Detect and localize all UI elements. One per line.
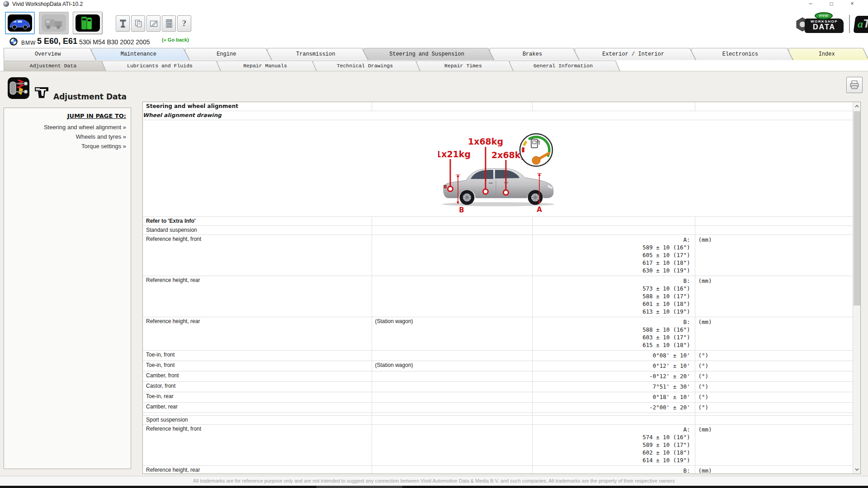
sidebar-title: Adjustment Data bbox=[53, 92, 127, 101]
window-title: Vivid WorkshopData ATI-10.2 bbox=[12, 1, 83, 7]
vehicle-details: 530i M54 B30 2002 2005 bbox=[79, 38, 150, 46]
table-row: Camber, front-0°12' ± 20'(°) bbox=[143, 371, 853, 382]
fuel-gauge-icon bbox=[520, 134, 552, 166]
print-button[interactable] bbox=[846, 77, 863, 93]
main-tab-exterior-interior[interactable]: Exterior / Interior bbox=[575, 48, 696, 60]
app-icon bbox=[3, 1, 9, 7]
car-icon bbox=[8, 16, 32, 30]
table-row: Toe-in, front(Station wagon)0°12' ± 10'(… bbox=[143, 361, 853, 371]
calculator-button[interactable] bbox=[162, 15, 176, 32]
pencil-note-icon bbox=[149, 19, 158, 28]
main-tab-electronics[interactable]: Electronics bbox=[691, 48, 793, 60]
sub-tab-adjustment-data[interactable]: Adjustment Data bbox=[4, 61, 106, 71]
vivid-badge: VIVID bbox=[815, 12, 833, 19]
ati-logo-t: T bbox=[863, 17, 868, 31]
notes-button[interactable] bbox=[146, 15, 160, 32]
table-heading-row: Steering and wheel alignment bbox=[143, 102, 853, 111]
jump-link-steering-and-wheel-alignment[interactable]: Steering and wheel alignment » bbox=[9, 122, 126, 132]
adjustment-data-table: Steering and wheel alignmentWheel alignm… bbox=[143, 102, 853, 474]
table-row: Reference height, rear(Station wagon)B:5… bbox=[143, 317, 853, 351]
question-mark-icon: ? bbox=[182, 19, 187, 28]
close-button[interactable]: × bbox=[844, 0, 860, 8]
scrollbar-thumb[interactable] bbox=[854, 111, 860, 305]
sidebar-header: Adjustment Data bbox=[6, 77, 137, 105]
main-tab-transmission[interactable]: Transmission bbox=[267, 48, 368, 60]
clamp-tool-icon bbox=[118, 19, 127, 28]
table-row: Reference height, frontA:589 ± 10 (16")6… bbox=[143, 235, 853, 276]
point-b-label: B bbox=[459, 206, 464, 214]
disclaimer-text: All trademarks are for reference purpose… bbox=[193, 478, 675, 483]
footer-bar: All trademarks are for reference purpose… bbox=[0, 476, 868, 486]
jump-heading: JUMP IN PAGE TO: bbox=[9, 113, 126, 119]
point-a-label: A bbox=[537, 206, 542, 214]
logo-data-text: DATA bbox=[805, 23, 844, 31]
table-row: Refer to 'Extra Info' bbox=[143, 217, 853, 226]
sub-tab-general-information[interactable]: General Information bbox=[509, 61, 620, 71]
workshopdata-logo: WORKSHOP DATA VIVID bbox=[795, 13, 844, 35]
weight-label-rear: 1x21kg bbox=[438, 149, 471, 159]
weight-label-middle: 1x68kg bbox=[468, 136, 503, 146]
drawing-caption: Wheel alignment drawing bbox=[143, 111, 853, 120]
maximize-button[interactable]: □ bbox=[824, 0, 839, 8]
calculator-icon bbox=[165, 19, 174, 28]
main-tab-engine[interactable]: Engine bbox=[185, 48, 272, 60]
vehicle-model: 5 E60, E61 bbox=[37, 37, 77, 46]
drawing-row: 1x21kg 1x68kg 2x68kg B A bbox=[143, 120, 853, 217]
bottom-strip bbox=[0, 486, 868, 488]
ati-logo: a T bbox=[854, 16, 868, 33]
data-books-button[interactable] bbox=[73, 12, 103, 34]
content-heading: Steering and wheel alignment bbox=[143, 102, 372, 111]
go-back-link[interactable]: (« Go back) bbox=[162, 37, 189, 42]
help-button[interactable]: ? bbox=[177, 15, 191, 32]
sub-tab-repair-times[interactable]: Repair Times bbox=[416, 61, 514, 71]
jump-link-wheels-and-tyres[interactable]: Wheels and tyres » bbox=[9, 132, 126, 141]
jump-link-torque-settings[interactable]: Torque settings » bbox=[9, 141, 126, 151]
tool-icon bbox=[33, 86, 50, 99]
suspension-icon bbox=[7, 77, 30, 99]
content-panel: Steering and wheel alignmentWheel alignm… bbox=[142, 102, 861, 474]
title-bar: Vivid WorkshopData ATI-10.2 – □ × bbox=[0, 0, 868, 8]
copy-pages-icon bbox=[134, 19, 143, 28]
drawing-caption-row: Wheel alignment drawing bbox=[143, 111, 853, 120]
table-row: Reference height, frontA:574 ± 10 (16")5… bbox=[143, 425, 853, 466]
trucks-mode-button[interactable] bbox=[39, 12, 69, 34]
table-row: Reference height, rearB:573 ± 10 (16")58… bbox=[143, 276, 853, 317]
books-icon bbox=[76, 15, 99, 31]
main-tab-maintenance[interactable]: Maintenance bbox=[91, 48, 190, 60]
table-row: Castor, front7°51' ± 30'(°) bbox=[143, 382, 853, 392]
wheel-alignment-drawing: 1x21kg 1x68kg 2x68kg B A bbox=[438, 121, 558, 214]
logo-divider bbox=[849, 15, 850, 33]
sub-tab-repair-manuals[interactable]: Repair Manuals bbox=[217, 61, 317, 71]
table-row: Camber, rear-2°00' ± 20'(°) bbox=[143, 403, 853, 413]
jump-in-page-box: JUMP IN PAGE TO: Steering and wheel alig… bbox=[4, 108, 131, 469]
table-row: Toe-in, rear0°18' ± 10'(°) bbox=[143, 392, 853, 403]
sub-tab-technical-drawings[interactable]: Technical Drawings bbox=[313, 61, 420, 71]
minimize-button[interactable]: – bbox=[803, 0, 818, 8]
bmw-roundel-icon bbox=[9, 38, 18, 46]
ati-logo-a: a bbox=[858, 18, 863, 30]
main-tab-steering-and-suspension[interactable]: Steering and Suspension bbox=[363, 48, 495, 60]
table-row: Standard suspension bbox=[143, 226, 853, 235]
copy-button[interactable] bbox=[131, 15, 145, 32]
vertical-scrollbar[interactable] bbox=[853, 102, 860, 474]
tools-button[interactable] bbox=[116, 15, 130, 32]
main-tab-bar: OverviewMaintenanceEngineTransmissionSte… bbox=[4, 48, 864, 60]
scroll-down-arrow[interactable] bbox=[853, 465, 861, 474]
front-wheel bbox=[528, 190, 543, 205]
truck-icon bbox=[42, 16, 66, 30]
vehicle-bar: BMW 5 E60, E61 530i M54 B30 2002 2005 («… bbox=[0, 36, 868, 48]
main-tab-index[interactable]: Index bbox=[788, 48, 868, 60]
table-row: Sport suspension bbox=[143, 416, 853, 425]
table-row: Reference height, rearB:(mm) bbox=[143, 466, 853, 474]
toolbar: ? WORKSHOP DATA VIVID a T bbox=[0, 8, 868, 36]
printer-icon bbox=[849, 80, 860, 90]
table-row: Toe-in, front0°08' ± 10'(°) bbox=[143, 351, 853, 361]
rear-wheel bbox=[460, 190, 475, 205]
main-tab-overview[interactable]: Overview bbox=[4, 48, 96, 60]
cars-mode-button[interactable] bbox=[5, 12, 35, 34]
main-tab-brakes[interactable]: Brakes bbox=[490, 48, 580, 60]
vehicle-make: BMW bbox=[21, 40, 36, 46]
sub-tab-bar: Adjustment DataLubricants and FluidsRepa… bbox=[4, 61, 864, 71]
sub-tab-lubricants-and-fluids[interactable]: Lubricants and Fluids bbox=[102, 61, 221, 71]
scroll-up-arrow[interactable] bbox=[853, 102, 861, 110]
